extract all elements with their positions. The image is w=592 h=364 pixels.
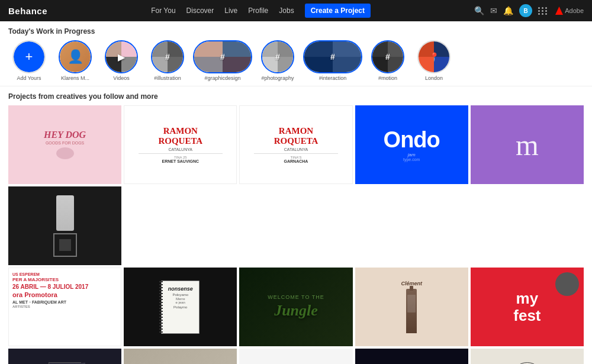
projects-grid: HEY DOG GOODS FOR DOGS RAMONROQUETA CATA… bbox=[8, 105, 584, 364]
story-thumb-photography: # bbox=[261, 40, 294, 73]
story-london[interactable]: 📍 London bbox=[413, 40, 455, 81]
projects-row-1: HEY DOG GOODS FOR DOGS RAMONROQUETA CATA… bbox=[8, 105, 584, 265]
bell-icon[interactable]: 🔔 bbox=[503, 6, 513, 15]
project-myfest[interactable]: myfest bbox=[471, 268, 584, 346]
hash-icon-graphicdesign: # bbox=[220, 52, 225, 62]
story-label-videos: Videos bbox=[113, 75, 129, 81]
location-icon: 📍 bbox=[429, 52, 439, 62]
projects-row-2: US ESPEREM PER A MAJORSITES 26 ABRIL — 8… bbox=[8, 268, 584, 346]
story-add[interactable]: + Add Yours bbox=[8, 40, 50, 81]
hash-icon-illustration: # bbox=[165, 52, 170, 62]
story-videos[interactable]: ▶ Videos bbox=[101, 40, 142, 81]
story-thumb-videos: ▶ bbox=[105, 40, 138, 73]
story-thumb-klarens: 👤 bbox=[59, 40, 92, 73]
stories-title: Today's Work in Progress bbox=[8, 27, 584, 36]
project-mlogo[interactable]: m bbox=[471, 105, 584, 184]
story-label-interaction: #interaction bbox=[319, 75, 347, 81]
hash-icon-motion: # bbox=[385, 52, 390, 62]
add-story-button[interactable]: + bbox=[14, 41, 44, 72]
project-box[interactable]: Johnhdon bbox=[8, 349, 121, 364]
story-thumb-interaction: # bbox=[303, 40, 362, 73]
story-motion[interactable]: # #motion bbox=[367, 40, 408, 81]
story-label-klarens: Klarens M... bbox=[61, 75, 89, 81]
story-thumb-motion: # bbox=[371, 40, 404, 73]
hash-icon-photography: # bbox=[275, 52, 280, 62]
story-illustration[interactable]: # #illustration bbox=[147, 40, 188, 81]
story-klarens[interactable]: 👤 Klarens M... bbox=[54, 40, 96, 81]
project-jungle[interactable]: WELCOME TO THE Jungle bbox=[239, 268, 352, 346]
project-orff[interactable]: ORFF E bbox=[239, 349, 352, 364]
projects-section: Projects from creatives you follow and m… bbox=[0, 86, 592, 364]
project-clement[interactable]: Clément bbox=[355, 268, 468, 346]
avatar[interactable]: B bbox=[519, 4, 532, 17]
nav-profile[interactable]: Profile bbox=[248, 7, 268, 15]
story-label-london: London bbox=[425, 75, 443, 81]
stories-row: + Add Yours 👤 Klarens M... bbox=[8, 40, 584, 81]
create-project-button[interactable]: Create a Project bbox=[305, 4, 371, 18]
nav-for-you[interactable]: For You bbox=[151, 7, 175, 15]
story-photography[interactable]: # #photography bbox=[257, 40, 298, 81]
project-barcelona[interactable]: US ESPEREM PER A MAJORSITES 26 ABRIL — 8… bbox=[8, 268, 121, 346]
project-ondo[interactable]: Ondo jam type.com bbox=[355, 105, 468, 184]
story-label-graphicdesign: #graphicdesign bbox=[204, 75, 240, 81]
project-camera[interactable] bbox=[8, 186, 121, 265]
project-ramon2[interactable]: RAMONROQUETA CATALUNYA TINA'S GARNACHA bbox=[239, 105, 352, 184]
story-label-add: Add Yours bbox=[17, 75, 41, 81]
apps-icon[interactable] bbox=[538, 7, 548, 15]
story-thumb-graphicdesign: # bbox=[193, 40, 252, 73]
project-heydog[interactable]: HEY DOG GOODS FOR DOGS bbox=[8, 105, 121, 184]
story-interaction[interactable]: # #interaction bbox=[303, 40, 362, 81]
play-icon: ▶ bbox=[118, 51, 125, 63]
story-label-illustration: #illustration bbox=[154, 75, 181, 81]
project-ramon1[interactable]: RAMONROQUETA CATALUNYA TINA 25 ERNET SAU… bbox=[124, 105, 237, 184]
projects-row-3: Johnhdon FESTIVAL ORFF E bbox=[8, 349, 584, 364]
header-right: 🔍 ✉ 🔔 B Adobe bbox=[474, 4, 584, 17]
mail-icon[interactable]: ✉ bbox=[490, 6, 497, 15]
stories-section: Today's Work in Progress + Add Yours 👤 K… bbox=[0, 21, 592, 86]
adobe-label: Adobe bbox=[554, 7, 584, 15]
nav: For You Discover Live Profile Jobs Creat… bbox=[151, 4, 371, 18]
nav-discover[interactable]: Discover bbox=[186, 7, 214, 15]
main-content: Today's Work in Progress + Add Yours 👤 K… bbox=[0, 21, 592, 364]
project-nonsense[interactable]: nonsense Poloyamo Merre e jean Polaymo bbox=[124, 268, 237, 346]
project-photocity[interactable]: FESTIVAL bbox=[124, 349, 237, 364]
story-graphicdesign[interactable]: # #graphicdesign bbox=[193, 40, 252, 81]
story-thumb-london: 📍 bbox=[417, 40, 451, 73]
nav-jobs[interactable]: Jobs bbox=[279, 7, 294, 15]
logo: Behance bbox=[8, 6, 47, 16]
header: Behance For You Discover Live Profile Jo… bbox=[0, 0, 592, 21]
project-felix[interactable]: FELIX FELIX bbox=[471, 349, 584, 364]
search-icon[interactable]: 🔍 bbox=[474, 6, 484, 15]
story-thumb-illustration: # bbox=[151, 40, 184, 73]
hash-icon-interaction: # bbox=[330, 52, 335, 62]
project-portfolio[interactable]: PRESENTING -Portfolio 2.0 bbox=[355, 349, 468, 364]
story-label-photography: #photography bbox=[261, 75, 294, 81]
story-label-motion: #motion bbox=[378, 75, 397, 81]
nav-live[interactable]: Live bbox=[224, 7, 237, 15]
projects-title: Projects from creatives you follow and m… bbox=[8, 92, 584, 101]
